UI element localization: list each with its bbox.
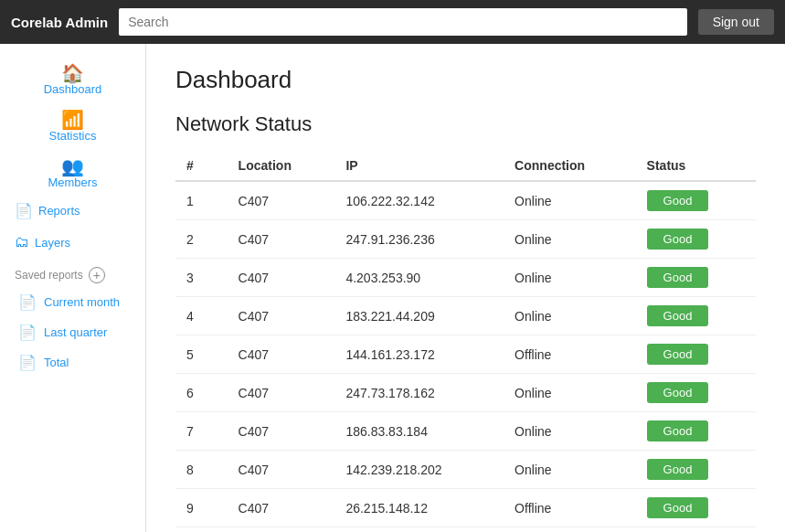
cell-status: Good xyxy=(636,489,756,527)
saved-reports-label: Saved reports xyxy=(15,269,83,282)
sidebar-label-layers: Layers xyxy=(35,236,70,250)
cell-connection: Online xyxy=(504,297,635,335)
status-badge: Good xyxy=(647,267,709,288)
cell-ip: 4.203.253.90 xyxy=(334,259,504,297)
sidebar-item-reports[interactable]: 📄 Reports xyxy=(0,195,145,227)
col-header-ip: IP xyxy=(334,151,504,181)
home-icon: 🏠 xyxy=(61,64,84,82)
sidebar-label-last-quarter: Last quarter xyxy=(44,325,107,339)
cell-num: 9 xyxy=(175,489,228,527)
cell-num: 2 xyxy=(175,220,228,259)
col-header-location: Location xyxy=(228,151,335,181)
cell-ip: 186.83.83.184 xyxy=(334,412,504,451)
cell-ip: 247.91.236.236 xyxy=(334,220,504,259)
cell-status: Good xyxy=(636,527,756,533)
table-row: 10 C407 206.34.99.182 Online Good xyxy=(175,527,756,533)
cell-status: Good xyxy=(636,451,756,489)
sidebar: 🏠 Dashboard 📶 Statistics 👥 Members 📄 Rep… xyxy=(0,44,146,532)
sidebar-label-dashboard: Dashboard xyxy=(44,82,102,96)
status-badge: Good xyxy=(647,420,709,442)
cell-status: Good xyxy=(636,181,756,220)
cell-location: C407 xyxy=(228,297,335,335)
cell-num: 8 xyxy=(175,451,228,489)
cell-num: 10 xyxy=(175,527,228,533)
table-row: 3 C407 4.203.253.90 Online Good xyxy=(175,259,756,297)
network-table: # Location IP Connection Status 1 C407 1… xyxy=(175,151,756,532)
cell-status: Good xyxy=(636,335,756,374)
layers-icon: 🗂 xyxy=(15,234,29,250)
add-saved-report-button[interactable]: + xyxy=(89,267,105,283)
network-status-title: Network Status xyxy=(175,112,756,136)
cell-location: C407 xyxy=(228,451,335,489)
status-badge: Good xyxy=(647,497,709,518)
sidebar-label-members: Members xyxy=(48,176,97,189)
cell-location: C407 xyxy=(228,259,335,297)
header: Corelab Admin Sign out xyxy=(0,0,785,44)
cell-location: C407 xyxy=(228,527,335,533)
sidebar-item-total[interactable]: 📄 Total xyxy=(0,347,145,378)
saved-reports-section: Saved reports + xyxy=(0,258,145,287)
col-header-num: # xyxy=(175,151,228,181)
table-row: 4 C407 183.221.44.209 Online Good xyxy=(175,297,756,335)
table-row: 5 C407 144.161.23.172 Offline Good xyxy=(175,335,756,374)
cell-location: C407 xyxy=(228,335,335,374)
status-badge: Good xyxy=(647,459,709,480)
cell-ip: 106.222.32.142 xyxy=(334,181,504,220)
sidebar-item-statistics[interactable]: 📶 Statistics xyxy=(0,101,145,148)
cell-num: 4 xyxy=(175,297,228,335)
table-header-row: # Location IP Connection Status xyxy=(175,151,756,181)
cell-location: C407 xyxy=(228,374,335,412)
cell-connection: Online xyxy=(504,374,635,412)
sidebar-label-reports: Reports xyxy=(38,204,80,218)
cell-location: C407 xyxy=(228,489,335,527)
cell-status: Good xyxy=(636,259,756,297)
cell-num: 1 xyxy=(175,181,228,220)
table-row: 8 C407 142.239.218.202 Online Good xyxy=(175,451,756,489)
cell-connection: Online xyxy=(504,412,635,451)
sidebar-item-layers[interactable]: 🗂 Layers xyxy=(0,227,145,258)
last-quarter-icon: 📄 xyxy=(18,324,37,341)
status-badge: Good xyxy=(647,190,709,211)
sidebar-label-current-month: Current month xyxy=(44,295,120,309)
sidebar-item-members[interactable]: 👥 Members xyxy=(0,148,145,195)
signout-button[interactable]: Sign out xyxy=(698,9,774,35)
sidebar-label-statistics: Statistics xyxy=(48,129,96,143)
cell-status: Good xyxy=(636,412,756,451)
cell-connection: Offline xyxy=(504,489,635,527)
cell-ip: 247.73.178.162 xyxy=(334,374,504,412)
table-row: 9 C407 26.215.148.12 Offline Good xyxy=(175,489,756,527)
current-month-icon: 📄 xyxy=(18,293,37,311)
cell-connection: Offline xyxy=(504,335,635,374)
cell-location: C407 xyxy=(228,412,335,451)
reports-icon: 📄 xyxy=(15,202,33,219)
cell-location: C407 xyxy=(228,181,335,220)
cell-status: Good xyxy=(636,220,756,259)
statistics-icon: 📶 xyxy=(61,111,84,129)
sidebar-item-dashboard[interactable]: 🏠 Dashboard xyxy=(0,55,145,101)
cell-ip: 26.215.148.12 xyxy=(334,489,504,527)
col-header-status: Status xyxy=(636,151,756,181)
sidebar-item-current-month[interactable]: 📄 Current month xyxy=(0,287,145,317)
status-badge: Good xyxy=(647,344,709,365)
sidebar-item-last-quarter[interactable]: 📄 Last quarter xyxy=(0,317,145,347)
members-icon: 👥 xyxy=(61,157,84,176)
cell-ip: 206.34.99.182 xyxy=(334,527,504,533)
app-logo: Corelab Admin xyxy=(11,15,108,30)
cell-status: Good xyxy=(636,297,756,335)
col-header-connection: Connection xyxy=(504,151,635,181)
search-input[interactable] xyxy=(119,8,687,36)
status-badge: Good xyxy=(647,305,709,326)
cell-num: 6 xyxy=(175,374,228,412)
cell-ip: 144.161.23.172 xyxy=(334,335,504,374)
table-row: 1 C407 106.222.32.142 Online Good xyxy=(175,181,756,220)
cell-num: 5 xyxy=(175,335,228,374)
table-row: 2 C407 247.91.236.236 Online Good xyxy=(175,220,756,259)
status-badge: Good xyxy=(647,229,709,250)
body-layout: 🏠 Dashboard 📶 Statistics 👥 Members 📄 Rep… xyxy=(0,44,785,532)
cell-num: 3 xyxy=(175,259,228,297)
table-row: 6 C407 247.73.178.162 Online Good xyxy=(175,374,756,412)
cell-connection: Online xyxy=(504,527,635,533)
cell-ip: 183.221.44.209 xyxy=(334,297,504,335)
sidebar-label-total: Total xyxy=(44,356,69,369)
cell-num: 7 xyxy=(175,412,228,451)
